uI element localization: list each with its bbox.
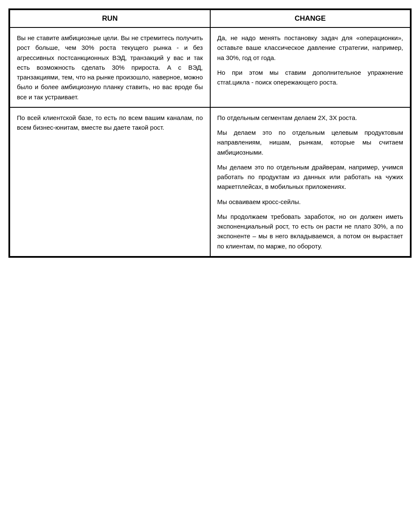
cell-change-2-para-1: По отдельным сегментам делаем 2X, 3X рос… bbox=[217, 113, 404, 123]
cell-change-2-para-2: Мы делаем это по отдельным целевым проду… bbox=[217, 128, 404, 157]
main-table: RUN CHANGE Вы не ставите амбициозные цел… bbox=[8, 8, 412, 258]
cell-change-1-para-2: Но при этом мы ставим дополнительное упр… bbox=[217, 68, 404, 87]
cell-change-2: По отдельным сегментам делаем 2X, 3X рос… bbox=[210, 107, 411, 256]
cell-change-2-para-3: Мы делаем это по отдельным драйверам, на… bbox=[217, 162, 404, 192]
table-row: Вы не ставите амбициозные цели. Вы не ст… bbox=[10, 27, 410, 107]
cell-change-2-para-5: Мы продолжаем требовать заработок, но он… bbox=[217, 212, 404, 251]
table-row: По всей клиентской базе, то есть по всем… bbox=[10, 107, 410, 256]
header-run: RUN bbox=[10, 10, 210, 27]
header-change: CHANGE bbox=[210, 10, 411, 27]
cell-change-1-para-1: Да, не надо менять постановку задач для … bbox=[217, 33, 404, 63]
cell-run-1: Вы не ставите амбициозные цели. Вы не ст… bbox=[10, 27, 210, 107]
cell-change-2-para-4: Мы осваиваем кросс-сейлы. bbox=[217, 197, 404, 207]
cell-change-1: Да, не надо менять постановку задач для … bbox=[210, 27, 411, 107]
cell-run-2: По всей клиентской базе, то есть по всем… bbox=[10, 107, 210, 256]
